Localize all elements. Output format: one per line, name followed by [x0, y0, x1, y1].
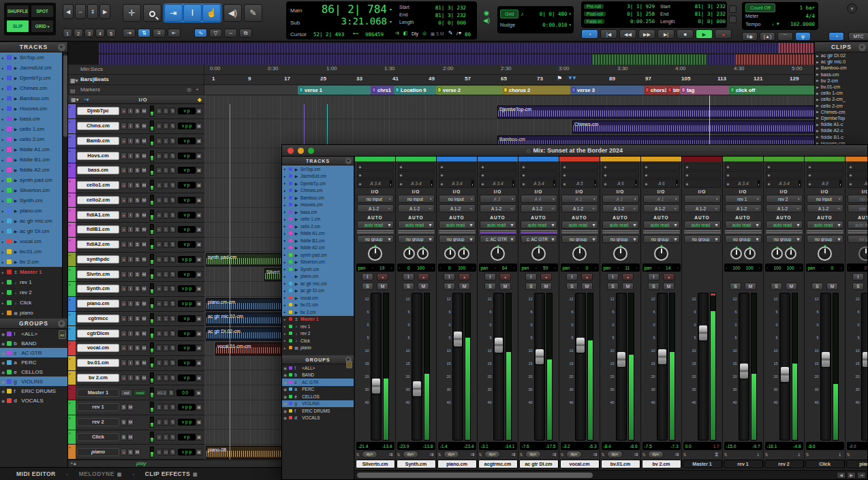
- strip-updown-icon[interactable]: ⇅: [724, 452, 728, 457]
- playlist-selector[interactable]: 1: [163, 359, 169, 366]
- clip-list-item[interactable]: ▶cello 2-cm: [815, 103, 868, 109]
- strip-updown-icon[interactable]: ⇅: [642, 452, 646, 457]
- clip-list-item[interactable]: ▶fiddle B1-c: [815, 133, 868, 140]
- track-show-dot[interactable]: ●: [1, 86, 5, 91]
- volume-readout[interactable]: -8.6: [847, 442, 868, 450]
- automation-indicator[interactable]: v p p: [178, 123, 196, 129]
- strip-color-bar[interactable]: [805, 157, 845, 161]
- strip-color-bar[interactable]: [723, 157, 763, 161]
- track-name[interactable]: vocal.cm: [300, 295, 318, 300]
- elastic-audio-selector[interactable]: ⇅: [170, 182, 176, 189]
- marker[interactable]: Location 9: [394, 86, 436, 95]
- track-name[interactable]: JacmdUd.cm: [300, 174, 326, 178]
- voice-selector[interactable]: 4: [156, 330, 162, 337]
- group-enable-dot[interactable]: ◉: [1, 341, 5, 346]
- track-show-dot[interactable]: ●: [283, 167, 288, 171]
- automation-indicator[interactable]: v p p: [178, 285, 196, 292]
- track-show-dot[interactable]: ●: [1, 76, 5, 80]
- track-show-dot[interactable]: ●: [283, 224, 288, 228]
- mute-button[interactable]: M: [141, 153, 147, 159]
- track-color-tab[interactable]: ▾: [68, 163, 76, 178]
- timebase-icon[interactable]: ◔▾: [83, 97, 89, 103]
- group-list-item[interactable]: ◉ f ERIC DRUMS: [0, 386, 67, 396]
- automation-indicator[interactable]: v p: [178, 345, 196, 351]
- solo-button[interactable]: S: [730, 283, 741, 290]
- pause-button[interactable]: ‖◉: [742, 32, 758, 41]
- volume-readout[interactable]: -8.6: [806, 442, 844, 450]
- track-show-dot[interactable]: ●: [283, 338, 288, 342]
- volume-readout[interactable]: -21.4 -13.4: [356, 442, 394, 450]
- track-list-item[interactable]: ● ▶ cello 1.cm: [282, 216, 354, 223]
- note-value-icon[interactable]: ♪▾: [456, 30, 461, 36]
- track-list-item[interactable]: ● ▤ piano: [282, 345, 354, 352]
- dyn-button[interactable]: dyn: [362, 451, 378, 458]
- track-header[interactable]: ▾ fidlA2.cm ● I S M n 1 ⇅ v p ▣: [68, 238, 204, 253]
- automation-mode-selector[interactable]: auto read ▾: [684, 221, 721, 229]
- track-show-dot[interactable]: ●: [1, 250, 5, 254]
- automation-mode-selector[interactable]: auto read ▾: [398, 221, 435, 229]
- track-list-item[interactable]: ● ▶ Chimes.cm: [0, 83, 67, 93]
- track-list-item[interactable]: ● ▤ piano: [0, 308, 67, 318]
- track-name[interactable]: piano: [300, 345, 311, 350]
- track-name-plate[interactable]: bv 2.cm: [77, 374, 119, 382]
- automation-indicator[interactable]: v p: [178, 212, 196, 219]
- output-window-button[interactable]: ▣: [196, 197, 202, 204]
- track-show-dot[interactable]: ●: [1, 311, 5, 315]
- expand-icon[interactable]: ⇉: [593, 452, 598, 458]
- track-list-item[interactable]: ● ▶ bass.cm: [0, 114, 67, 124]
- pan-knob[interactable]: [368, 246, 382, 261]
- track-show-dot[interactable]: ●: [283, 310, 288, 314]
- record-enable-button[interactable]: ●: [121, 182, 127, 189]
- track-list-item[interactable]: ● ▶ SnTop.cm: [282, 165, 354, 173]
- window-config-bars[interactable]: [439, 229, 476, 234]
- zoom-preset-button[interactable]: 2: [74, 29, 83, 37]
- record-enable-button[interactable]: ●: [121, 167, 127, 174]
- solo-button[interactable]: S: [811, 283, 823, 290]
- fader-track[interactable]: [452, 293, 463, 441]
- scroll-left-button[interactable]: ◀: [837, 472, 846, 479]
- start-value[interactable]: 81| 3| 232: [695, 3, 726, 10]
- mini-mute-solo-icons[interactable]: ▦ S M: [431, 31, 444, 37]
- insert-slot[interactable]: ◆: [725, 171, 762, 178]
- voice-selector[interactable]: n: [156, 449, 162, 455]
- track-color-chip[interactable]: [7, 116, 12, 121]
- clip-list-item[interactable]: ▶Bamboo-cm: [815, 65, 868, 71]
- track-list-item[interactable]: ● ▶ fiddle A2.cm: [282, 244, 354, 252]
- pencil-resolution-value[interactable]: 80: [465, 31, 471, 37]
- strip-updown-icon[interactable]: ⇅: [397, 452, 401, 457]
- solo-button[interactable]: S: [134, 123, 140, 129]
- track-show-dot[interactable]: ●: [283, 217, 288, 221]
- playlist-selector[interactable]: 1: [163, 226, 169, 233]
- record-enable-button[interactable]: ●: [622, 273, 634, 281]
- input-monitor-button[interactable]: I: [566, 273, 578, 281]
- mute-button[interactable]: M: [141, 285, 147, 292]
- track-show-dot[interactable]: ●: [283, 203, 288, 207]
- mute-button[interactable]: M: [141, 212, 147, 219]
- voice-selector[interactable]: 1: [156, 374, 162, 381]
- play-button[interactable]: ▶: [696, 29, 713, 39]
- marker[interactable]: chors3: [644, 86, 666, 95]
- track-list-item[interactable]: ● Σ Master 1: [0, 267, 67, 277]
- track-name-plate[interactable]: Hovs.cm: [77, 152, 119, 160]
- group-list-item[interactable]: ◉ d VOCALS: [282, 415, 354, 422]
- group-name[interactable]: PERC: [21, 359, 36, 366]
- strip-name-plate[interactable]: Click: [805, 460, 845, 468]
- automation-mode-selector[interactable]: auto read ▾: [807, 221, 843, 229]
- audio-clip[interactable]: ac gtr mic.02-cm: [206, 313, 282, 325]
- mirrored-midi-button[interactable]: ▽: [209, 29, 222, 37]
- track-color-tab[interactable]: ▾: [68, 356, 76, 370]
- track-color-tab[interactable]: ▾: [68, 223, 76, 237]
- track-name[interactable]: Bamboo.cm: [20, 95, 49, 101]
- chevron-down-icon[interactable]: ▾: [569, 22, 571, 27]
- track-color-chip[interactable]: [7, 270, 12, 274]
- chevron-down-icon[interactable]: ▾: [569, 12, 571, 16]
- solo-button[interactable]: S: [134, 300, 140, 307]
- track-header[interactable]: ▾ fidlB1.cm ● I S M n 1 ⇅ v p ▣: [68, 223, 204, 238]
- layered-editing-button[interactable]: ⇔: [224, 29, 237, 37]
- mute-button[interactable]: M: [134, 449, 140, 455]
- insert-slot[interactable]: ◆: [684, 171, 721, 178]
- strip-name-plate[interactable]: Silvertn.cm: [356, 460, 395, 468]
- solo-button[interactable]: S: [121, 419, 127, 426]
- expand-icon[interactable]: ⇉: [634, 452, 638, 458]
- track-name[interactable]: piano: [20, 310, 33, 316]
